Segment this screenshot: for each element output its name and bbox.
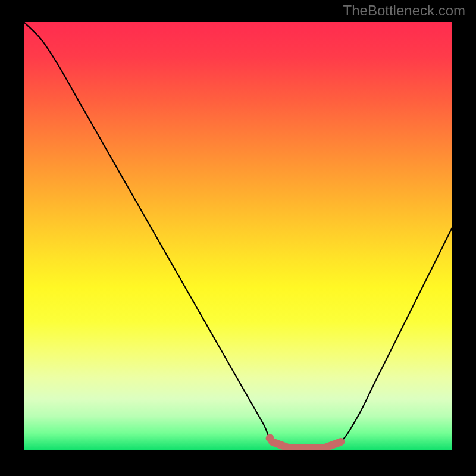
svg-point-0 (266, 434, 274, 443)
optimal-range-markers (24, 22, 452, 450)
watermark-text: TheBottleneck.com (343, 2, 465, 19)
